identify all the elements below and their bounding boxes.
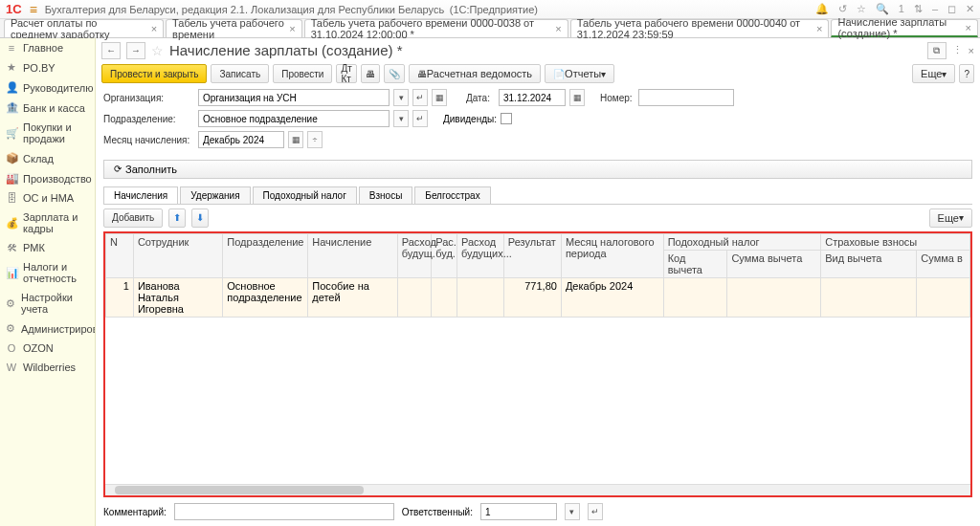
tab-contributions[interactable]: Взносы — [359, 186, 413, 204]
col-taxperiod[interactable]: Месяц налогового периода — [561, 233, 663, 277]
comment-input[interactable] — [174, 503, 394, 520]
history-icon[interactable]: ↺ — [838, 3, 847, 15]
number-input[interactable] — [638, 89, 734, 106]
calendar-icon[interactable]: ▦ — [288, 131, 303, 148]
fill-button[interactable]: ⟳ Заполнить — [103, 160, 972, 178]
options-icon[interactable]: ⇅ — [914, 3, 923, 15]
sidebar-item[interactable]: 🛠РМК — [0, 238, 95, 257]
ozon-icon: O — [6, 342, 17, 354]
nav-back-button[interactable]: ← — [101, 42, 121, 59]
org-input[interactable] — [198, 89, 390, 106]
tab-1[interactable]: Табель учета рабочего времени× — [166, 19, 302, 37]
tab-deductions[interactable]: Удержания — [180, 186, 250, 204]
table-row[interactable]: 1 Иванова Наталья Игоревна Основное подр… — [106, 277, 970, 317]
col-deducttype[interactable]: Вид вычета — [821, 250, 917, 277]
tab-belgosstrakh[interactable]: Белгосстрах — [414, 186, 490, 204]
nav-fwd-button[interactable]: → — [126, 42, 145, 59]
open-icon[interactable]: ↵ — [588, 503, 603, 520]
tab-2[interactable]: Табель учета рабочего времени 0000-0038 … — [304, 19, 568, 37]
spinner-icon[interactable]: ÷ — [307, 131, 323, 148]
dropdown-icon[interactable]: ▾ — [565, 503, 580, 520]
col-result[interactable]: Результат — [503, 233, 561, 277]
dropdown-icon[interactable]: ▾ — [393, 89, 409, 106]
sidebar-item[interactable]: 🏭Производство — [0, 168, 95, 188]
col-incometax[interactable]: Подоходный налог — [663, 233, 821, 250]
col-deductcode[interactable]: Код вычета — [663, 250, 727, 277]
maximize-icon[interactable]: ◻ — [947, 3, 956, 15]
col-employee[interactable]: Сотрудник — [133, 233, 222, 277]
favorite-icon[interactable]: ☆ — [151, 43, 164, 58]
menu-icon[interactable]: ≡ — [30, 2, 37, 17]
tab-close-icon[interactable]: × — [555, 23, 561, 34]
table-more-button[interactable]: Еще ▾ — [929, 208, 972, 228]
col-expfut[interactable]: Расход будущ. — [397, 233, 432, 277]
reports-button[interactable]: 📄 Отчеты ▾ — [545, 64, 614, 83]
help-button[interactable]: ? — [959, 64, 974, 83]
detach-icon[interactable]: ⧉ — [927, 42, 947, 59]
user-icon[interactable]: 1 — [899, 3, 904, 15]
doc-close-icon[interactable]: × — [969, 45, 974, 56]
calendar-icon[interactable]: ▦ — [569, 89, 585, 106]
tab-income-tax[interactable]: Подоходный налог — [253, 186, 357, 204]
date-input[interactable] — [499, 89, 566, 106]
col-n[interactable]: N — [106, 233, 134, 277]
move-up-button[interactable]: ⬆ — [168, 208, 186, 228]
sidebar-item[interactable]: WWildberries — [0, 358, 95, 377]
add-button[interactable]: Добавить — [103, 208, 163, 228]
horizontal-scrollbar[interactable] — [105, 484, 970, 495]
star-icon[interactable]: ☆ — [857, 3, 866, 15]
bell-icon[interactable]: 🔔 — [815, 3, 829, 15]
more-button[interactable]: Еще ▾ — [912, 64, 955, 83]
month-input[interactable] — [198, 131, 284, 148]
payroll-button[interactable]: 🖶 Расчетная ведомость — [409, 64, 541, 83]
col-accrual[interactable]: Начисление — [308, 233, 397, 277]
close-icon[interactable]: ✕ — [966, 3, 974, 15]
dept-input[interactable] — [198, 110, 390, 127]
sidebar-item[interactable]: ⚙Администрирование — [0, 318, 95, 339]
accruals-grid: N Сотрудник Подразделение Начисление Рас… — [103, 231, 972, 497]
open-icon[interactable]: ↵ — [412, 110, 428, 127]
sidebar-item[interactable]: 🛒Покупки и продажи — [0, 118, 95, 148]
write-button[interactable]: Записать — [211, 64, 269, 83]
dropdown-icon[interactable]: ▾ — [393, 110, 409, 127]
page-title: Начисление зарплаты (создание) * — [169, 42, 403, 58]
sidebar-item[interactable]: ≡Главное — [0, 38, 95, 57]
wb-icon: W — [6, 362, 17, 373]
minimize-icon[interactable]: – — [932, 3, 938, 15]
dt-kt-button[interactable]: ДтКт — [336, 64, 356, 83]
responsible-input[interactable] — [480, 503, 557, 520]
sidebar-item[interactable]: ⚙Настройки учета — [0, 288, 95, 318]
tab-4[interactable]: Начисление зарплаты (создание) *× — [831, 19, 978, 37]
tab-accruals[interactable]: Начисления — [103, 186, 178, 204]
col-dept[interactable]: Подразделение — [223, 233, 308, 277]
tab-close-icon[interactable]: × — [151, 23, 157, 34]
sidebar-item[interactable]: OOZON — [0, 339, 95, 358]
tab-close-icon[interactable]: × — [816, 23, 822, 34]
search-icon[interactable]: 🔍 — [876, 3, 889, 15]
col-insurance[interactable]: Страховые взносы — [821, 233, 970, 250]
sidebar-item[interactable]: ★PO.BY — [0, 57, 95, 77]
sidebar-item[interactable]: 🗄ОС и НМА — [0, 188, 95, 208]
sidebar-item[interactable]: 📦Склад — [0, 148, 95, 168]
sidebar-item[interactable]: 🏦Банк и касса — [0, 98, 95, 118]
sidebar-item[interactable]: 👤Руководителю — [0, 77, 95, 98]
tab-0[interactable]: Расчет оплаты по среднему заработку× — [4, 19, 164, 37]
dividends-checkbox[interactable] — [501, 113, 512, 124]
post-close-button[interactable]: Провести и закрыть — [101, 64, 207, 83]
col-expfuture[interactable]: Расход будущих... — [457, 233, 503, 277]
print-button[interactable]: 🖶 — [361, 64, 380, 83]
col-deductsum[interactable]: Сумма вычета — [727, 250, 821, 277]
open-icon[interactable]: ↵ — [412, 89, 428, 106]
extra-icon[interactable]: ▦ — [432, 89, 447, 106]
sidebar-item[interactable]: 💰Зарплата и кадры — [0, 208, 95, 238]
tab-close-icon[interactable]: × — [966, 22, 971, 33]
tab-3[interactable]: Табель учета рабочего времени 0000-0040 … — [570, 19, 830, 37]
doc-menu-icon[interactable]: ⋮ — [952, 44, 963, 56]
attach-button[interactable]: 📎 — [384, 64, 405, 83]
col-sumv[interactable]: Сумма в — [917, 250, 970, 277]
move-down-button[interactable]: ⬇ — [191, 208, 209, 228]
sidebar-item[interactable]: 📊Налоги и отчетность — [0, 257, 95, 288]
col-expb[interactable]: Рас. буд. — [432, 233, 457, 277]
post-button[interactable]: Провести — [273, 64, 332, 83]
tab-close-icon[interactable]: × — [289, 23, 295, 34]
